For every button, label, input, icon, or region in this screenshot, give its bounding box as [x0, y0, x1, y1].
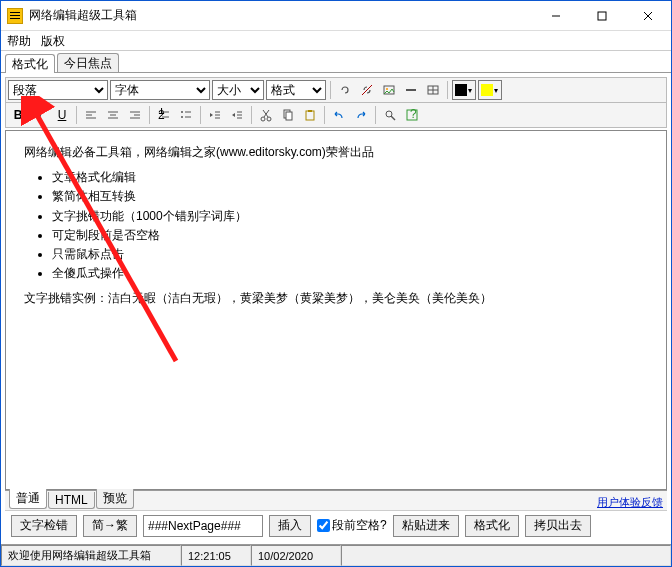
copy-out-button[interactable]: 拷贝出去 [525, 515, 591, 537]
align-left-icon[interactable] [81, 105, 101, 125]
editor-example: 文字挑错实例：洁白无暇（洁白无瑕），黄梁美梦（黄粱美梦），美仑美奂（美伦美奂） [24, 289, 648, 308]
tab-html[interactable]: HTML [48, 492, 95, 509]
svg-point-6 [386, 88, 388, 90]
tab-preview[interactable]: 预览 [96, 489, 134, 509]
help-icon[interactable]: ? [402, 105, 422, 125]
align-center-icon[interactable] [103, 105, 123, 125]
editor-area[interactable]: 网络编辑必备工具箱，网络编辑之家(www.editorsky.com)荣誉出品 … [5, 130, 667, 490]
unordered-list-icon[interactable] [176, 105, 196, 125]
list-item: 文字挑错功能（1000个错别字词库） [52, 207, 648, 226]
main-tab-bar: 格式化 今日焦点 [1, 51, 671, 73]
find-icon[interactable] [380, 105, 400, 125]
link-icon[interactable] [335, 80, 355, 100]
paste-icon[interactable] [300, 105, 320, 125]
menu-bar: 帮助 版权 [1, 31, 671, 51]
bold-button[interactable]: B [8, 105, 28, 125]
feature-list: 文章格式化编辑 繁简体相互转换 文字挑错功能（1000个错别字词库） 可定制段前… [52, 168, 648, 283]
space-before-label: 段前空格? [332, 517, 387, 534]
svg-line-36 [264, 110, 269, 117]
paragraph-combo[interactable]: 段落 [8, 80, 108, 100]
list-item: 可定制段前是否空格 [52, 226, 648, 245]
redo-icon[interactable] [351, 105, 371, 125]
table-icon[interactable] [423, 80, 443, 100]
tab-normal[interactable]: 普通 [9, 489, 47, 509]
status-date: 10/02/2020 [251, 545, 341, 566]
svg-rect-40 [306, 111, 314, 120]
check-text-button[interactable]: 文字检错 [11, 515, 77, 537]
svg-point-34 [261, 117, 265, 121]
editor-content: 网络编辑必备工具箱，网络编辑之家(www.editorsky.com)荣誉出品 … [24, 143, 648, 309]
style-combo[interactable]: 格式 [266, 80, 326, 100]
list-item: 文章格式化编辑 [52, 168, 648, 187]
maximize-button[interactable] [579, 1, 625, 30]
paste-in-button[interactable]: 粘贴进来 [393, 515, 459, 537]
svg-point-25 [181, 116, 183, 118]
undo-icon[interactable] [329, 105, 349, 125]
minimize-button[interactable] [533, 1, 579, 30]
indent-icon[interactable] [227, 105, 247, 125]
hr-icon[interactable] [401, 80, 421, 100]
underline-button[interactable]: U [52, 105, 72, 125]
align-right-icon[interactable] [125, 105, 145, 125]
menu-help[interactable]: 帮助 [7, 33, 31, 48]
italic-button[interactable]: I [30, 105, 50, 125]
simp-to-trad-button[interactable]: 简→繁 [83, 515, 137, 537]
status-bar: 欢迎使用网络编辑超级工具箱 12:21:05 10/02/2020 [1, 544, 671, 566]
cut-icon[interactable] [256, 105, 276, 125]
svg-rect-1 [598, 12, 606, 20]
insert-button[interactable]: 插入 [269, 515, 311, 537]
toolbar-row-2: B I U 12 ? [5, 103, 667, 128]
tab-today[interactable]: 今日焦点 [57, 53, 119, 72]
feedback-link[interactable]: 用户体验反馈 [597, 495, 663, 510]
tab-format[interactable]: 格式化 [5, 54, 55, 73]
svg-line-37 [263, 110, 268, 117]
svg-line-43 [391, 116, 395, 120]
title-bar: 网络编辑超级工具箱 [1, 1, 671, 31]
window-title: 网络编辑超级工具箱 [29, 7, 533, 24]
list-item: 只需鼠标点击 [52, 245, 648, 264]
status-spacer [341, 545, 671, 566]
list-item: 繁简体相互转换 [52, 187, 648, 206]
outdent-icon[interactable] [205, 105, 225, 125]
image-icon[interactable] [379, 80, 399, 100]
status-time: 12:21:05 [181, 545, 251, 566]
nextpage-input[interactable] [143, 515, 263, 537]
ordered-list-icon[interactable]: 12 [154, 105, 174, 125]
bg-color-button[interactable]: ▾ [478, 80, 502, 100]
font-combo[interactable]: 字体 [110, 80, 210, 100]
space-before-checkbox[interactable] [317, 519, 330, 532]
svg-rect-41 [308, 110, 312, 112]
space-before-checkbox-wrap[interactable]: 段前空格? [317, 517, 387, 534]
format-button[interactable]: 格式化 [465, 515, 519, 537]
editor-intro: 网络编辑必备工具箱，网络编辑之家(www.editorsky.com)荣誉出品 [24, 143, 648, 162]
status-message: 欢迎使用网络编辑超级工具箱 [1, 545, 181, 566]
svg-point-24 [181, 111, 183, 113]
svg-text:2: 2 [158, 108, 165, 122]
list-item: 全傻瓜式操作 [52, 264, 648, 283]
svg-rect-39 [286, 112, 292, 120]
size-combo[interactable]: 大小 [212, 80, 264, 100]
app-icon [7, 8, 23, 24]
close-button[interactable] [625, 1, 671, 30]
svg-point-35 [267, 117, 271, 121]
unlink-icon[interactable] [357, 80, 377, 100]
menu-copyright[interactable]: 版权 [41, 33, 65, 48]
text-color-button[interactable]: ▾ [452, 80, 476, 100]
svg-text:?: ? [410, 108, 417, 121]
editor-tab-bar: 普通 HTML 预览 用户体验反馈 [5, 490, 667, 510]
action-bar: 文字检错 简→繁 插入 段前空格? 粘贴进来 格式化 拷贝出去 [5, 510, 667, 540]
copy-icon[interactable] [278, 105, 298, 125]
toolbar-row-1: 段落 字体 大小 格式 ▾ ▾ [5, 77, 667, 103]
